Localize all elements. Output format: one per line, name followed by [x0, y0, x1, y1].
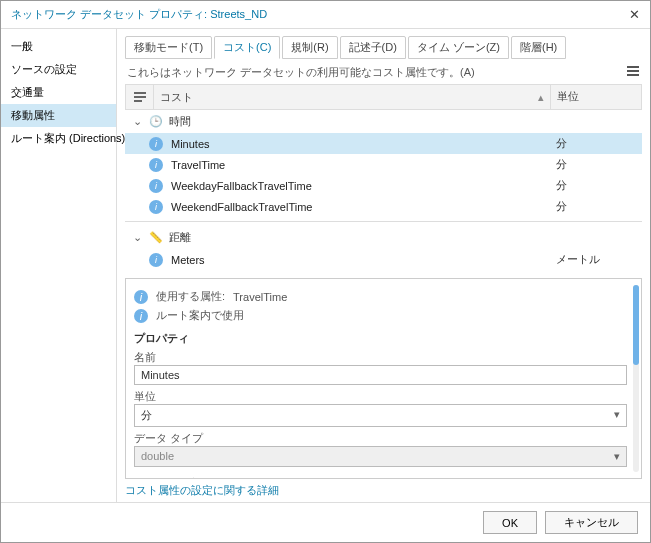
info-icon: i — [149, 137, 163, 151]
chevron-down-icon: ⌄ — [133, 231, 143, 244]
name-input[interactable]: Minutes — [134, 365, 627, 385]
ruler-icon: 📏 — [149, 231, 163, 244]
more-info-link[interactable]: コスト属性の設定に関する詳細 — [125, 479, 642, 502]
svg-rect-1 — [627, 70, 639, 72]
ok-button[interactable]: OK — [483, 511, 537, 534]
header-cost[interactable]: コスト — [160, 90, 193, 105]
info-icon: i — [149, 158, 163, 172]
usage-directions: ルート案内で使用 — [156, 308, 244, 323]
sidebar-item-source[interactable]: ソースの設定 — [1, 58, 116, 81]
svg-rect-4 — [134, 96, 146, 98]
tab-hierarchy[interactable]: 階層(H) — [511, 36, 566, 59]
cancel-button[interactable]: キャンセル — [545, 511, 638, 534]
info-icon: i — [149, 179, 163, 193]
svg-rect-2 — [627, 74, 639, 76]
chevron-down-icon: ⌄ — [133, 115, 143, 128]
name-label: 名前 — [134, 350, 627, 365]
cost-row-weekend[interactable]: i WeekendFallbackTravelTime 分 — [125, 196, 642, 217]
properties-heading: プロパティ — [134, 332, 189, 344]
cost-grid-header: コスト▴ 単位 — [125, 84, 642, 110]
header-unit: 単位 — [551, 85, 641, 109]
chevron-down-icon: ▾ — [614, 450, 620, 463]
unit-select[interactable]: 分▾ — [134, 404, 627, 427]
info-icon: i — [134, 290, 148, 304]
tab-travel-modes[interactable]: 移動モード(T) — [125, 36, 212, 59]
svg-rect-0 — [627, 66, 639, 68]
window-title: ネットワーク データセット プロパティ: Streets_ND — [11, 7, 267, 22]
properties-panel: i 使用する属性: TravelTime i ルート案内で使用 プロパティ 名前… — [125, 278, 642, 479]
costs-subtitle: これらはネットワーク データセットの利用可能なコスト属性です。(A) — [127, 65, 475, 80]
datatype-select: double▾ — [134, 446, 627, 467]
scrollbar-thumb[interactable] — [633, 285, 639, 365]
group-distance[interactable]: ⌄ 📏 距離 — [125, 226, 642, 249]
info-icon: i — [134, 309, 148, 323]
cost-row-meters[interactable]: i Meters メートル — [125, 249, 642, 270]
clock-icon: 🕒 — [149, 115, 163, 128]
usage-attribute-value: TravelTime — [233, 291, 287, 303]
tab-restrictions[interactable]: 規制(R) — [282, 36, 337, 59]
tab-descriptors[interactable]: 記述子(D) — [340, 36, 406, 59]
info-icon: i — [149, 253, 163, 267]
sidebar-item-general[interactable]: 一般 — [1, 35, 116, 58]
chevron-right-icon: › — [134, 477, 138, 480]
cost-row-minutes[interactable]: i Minutes 分 — [125, 133, 642, 154]
tab-timezones[interactable]: タイム ゾーン(Z) — [408, 36, 509, 59]
cost-row-traveltime[interactable]: i TravelTime 分 — [125, 154, 642, 175]
info-icon: i — [149, 200, 163, 214]
chevron-down-icon: ▾ — [614, 408, 620, 423]
usage-attribute-label: 使用する属性: — [156, 289, 225, 304]
menu-icon[interactable] — [626, 64, 640, 80]
parameters-expander[interactable]: › パラメーター — [134, 475, 627, 479]
datatype-label: データ タイプ — [134, 431, 627, 446]
sidebar-item-directions[interactable]: ルート案内 (Directions) — [1, 127, 116, 150]
tab-bar: 移動モード(T) コスト(C) 規制(R) 記述子(D) タイム ゾーン(Z) … — [125, 35, 642, 58]
close-icon[interactable]: ✕ — [629, 7, 640, 22]
group-time[interactable]: ⌄ 🕒 時間 — [125, 110, 642, 133]
svg-rect-5 — [134, 100, 142, 102]
sidebar-item-traffic[interactable]: 交通量 — [1, 81, 116, 104]
unit-label: 単位 — [134, 389, 627, 404]
sidebar-item-travel-attributes[interactable]: 移動属性 — [1, 104, 116, 127]
cost-row-weekday[interactable]: i WeekdayFallbackTravelTime 分 — [125, 175, 642, 196]
header-icon-col — [126, 85, 154, 109]
tab-costs[interactable]: コスト(C) — [214, 36, 280, 59]
sort-asc-icon[interactable]: ▴ — [538, 91, 544, 104]
sidebar: 一般 ソースの設定 交通量 移動属性 ルート案内 (Directions) — [1, 29, 117, 502]
svg-rect-3 — [134, 92, 146, 94]
